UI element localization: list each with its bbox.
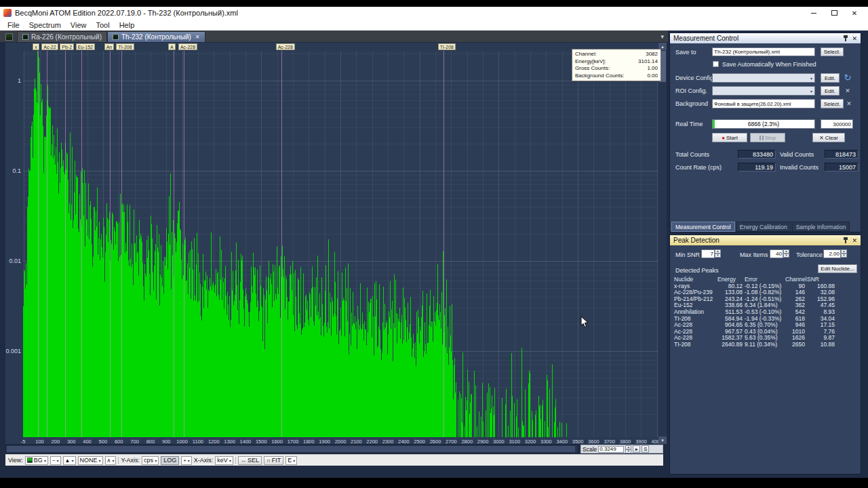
x-tick-label: 2300 (382, 439, 394, 445)
chevron-down-icon: ▾ (810, 76, 812, 81)
x-tick-label: 2600 (430, 439, 441, 445)
device-config-combo[interactable]: ▾ (712, 73, 815, 83)
y-axis-unit-combo[interactable]: cps▾ (142, 456, 159, 465)
valid-counts-label: Valid Counts (780, 151, 814, 158)
fit-button[interactable]: ∩FIT (264, 456, 283, 465)
scale-step-button[interactable]: ▸ (633, 445, 640, 453)
roi-clear-icon[interactable]: ✕ (844, 86, 852, 96)
menu-spectrum[interactable]: Spectrum (24, 20, 66, 30)
peak-cell: 2650 (785, 342, 807, 348)
s-button[interactable]: S (642, 445, 649, 453)
save-to-input[interactable] (712, 47, 815, 56)
spinner[interactable]: ▲▼ (783, 249, 789, 257)
x-tick-label: 400 (83, 439, 92, 445)
cursor-info-label: Channel: (575, 51, 597, 58)
save-to-select-button[interactable]: Select. (821, 47, 844, 56)
chevron-down-icon: ▾ (188, 458, 190, 463)
spin-down-icon[interactable]: ▼ (625, 449, 631, 453)
menu-file[interactable]: File (3, 20, 24, 30)
peak-row[interactable]: TI-2082640.899.11 (0.34%)265010.88 (674, 342, 858, 348)
chevron-down-icon: ▾ (229, 458, 231, 463)
x-axis-unit-combo[interactable]: keV▾ (215, 456, 233, 465)
tab-list-dropdown-icon[interactable]: ▾ (660, 33, 664, 40)
select-range-button[interactable]: ↔SEL (238, 456, 262, 465)
background-select-button[interactable]: Select. (821, 99, 844, 108)
background-input[interactable] (712, 99, 815, 108)
tab-sample-information[interactable]: Sample Information (792, 222, 850, 232)
tolerance-label: Tolerance (796, 251, 823, 258)
tolerance-stepper[interactable]: ▲▼ (823, 249, 847, 258)
roi-config-edit-button[interactable]: Edit. (821, 86, 840, 96)
stop-button[interactable]: Stop (750, 133, 785, 142)
cursor-info-value: 1.00 (647, 65, 658, 73)
close-button[interactable]: ✕ (844, 7, 865, 19)
x-tick-label: 900 (162, 439, 171, 445)
x-tick-label: 3600 (588, 439, 599, 445)
scroll-down-icon[interactable]: ▾ (658, 436, 667, 444)
preset-time-input[interactable] (821, 119, 853, 129)
edit-nuclide-button[interactable]: Edit Nuclide... (818, 264, 857, 273)
button-label: Clear (825, 135, 838, 141)
invalid-counts-value: 15007 (825, 163, 859, 171)
chart-horizontal-scrollbar[interactable] (5, 445, 578, 453)
spinner[interactable]: ▲▼ (841, 249, 847, 257)
log-scale-button[interactable]: LOG (161, 456, 179, 465)
letterbox-bottom (0, 478, 868, 488)
minimize-button[interactable] (804, 7, 824, 19)
min-snr-stepper[interactable]: ▲▼ (701, 249, 721, 258)
waveform-icon: ~ (52, 458, 56, 464)
device-config-edit-button[interactable]: Edit. (821, 73, 840, 83)
spectrum-list-icon[interactable] (5, 33, 13, 41)
pin-icon[interactable] (843, 35, 848, 41)
mouse-cursor (580, 316, 589, 329)
max-items-input[interactable] (770, 249, 783, 258)
min-snr-input[interactable] (701, 249, 715, 258)
x-tick-label: 1800 (303, 439, 315, 445)
tab-ra226[interactable]: Ra-226 (Контрольный) (17, 31, 107, 42)
peaks-table: NuclideEnergyErrorChannelSNRx-rays80.12-… (674, 277, 858, 348)
x-tick-label: 3800 (620, 439, 631, 445)
tab-th232[interactable]: Th-232 (Контрольный) ✕ (107, 31, 205, 42)
spinner[interactable]: ▲▼ (715, 249, 721, 257)
max-items-stepper[interactable]: ▲▼ (770, 249, 789, 258)
roi-config-combo[interactable]: ▾ (712, 86, 815, 96)
close-icon[interactable]: ✕ (852, 237, 857, 244)
tab-close-icon[interactable]: ✕ (195, 34, 200, 40)
menu-help[interactable]: Help (115, 20, 140, 30)
menu-tool[interactable]: Tool (91, 20, 114, 30)
refresh-icon[interactable]: ↻ (843, 73, 852, 83)
chart-vertical-scrollbar[interactable]: ▴ ▾ (658, 43, 667, 444)
chevron-down-icon: ▾ (155, 458, 157, 463)
x-tick-label: 1000 (176, 439, 188, 445)
background-label: Background (675, 100, 708, 107)
scale-spinner[interactable]: ▲▼ (625, 445, 631, 453)
clear-button[interactable]: ✕Clear (812, 133, 845, 142)
smoothing-combo[interactable]: NONE▾ (78, 456, 103, 465)
pin-icon[interactable] (843, 237, 848, 243)
scale-input[interactable] (598, 446, 624, 453)
cursor-mode-combo[interactable]: +▾ (181, 456, 192, 465)
scrollbar-thumb[interactable] (7, 446, 575, 452)
energy-combo[interactable]: E▾ (285, 456, 297, 465)
start-button[interactable]: ●Start (712, 133, 747, 142)
spectrum-canvas[interactable] (23, 51, 658, 437)
maximize-button[interactable] (824, 7, 844, 19)
background-clear-icon[interactable]: ✕ (845, 99, 853, 108)
x-tick-label: 700 (130, 439, 139, 445)
real-time-progress: 6866 (2.3%) (712, 119, 815, 129)
menu-view[interactable]: View (66, 20, 92, 30)
peak-label: Ac-228 (276, 43, 295, 50)
tab-measurement-control[interactable]: Measurement Control (671, 222, 735, 232)
line-style-combo[interactable]: ~▾ (50, 456, 61, 465)
cursor-info-value: 0.00 (647, 73, 658, 80)
close-icon[interactable]: ✕ (852, 35, 857, 42)
max-items-label: Max Items (740, 251, 768, 258)
fill-style-combo[interactable]: ▲▾ (63, 456, 76, 465)
autosave-checkbox[interactable] (713, 61, 719, 67)
spectrum-tab-icon (113, 34, 119, 40)
view-mode-combo[interactable]: BG▾ (25, 456, 48, 465)
peak-marker-combo[interactable]: ∧▾ (105, 456, 117, 465)
tab-energy-calibration[interactable]: Energy Calibration (736, 222, 791, 232)
tolerance-input[interactable] (823, 249, 841, 258)
maximize-icon (831, 10, 837, 16)
